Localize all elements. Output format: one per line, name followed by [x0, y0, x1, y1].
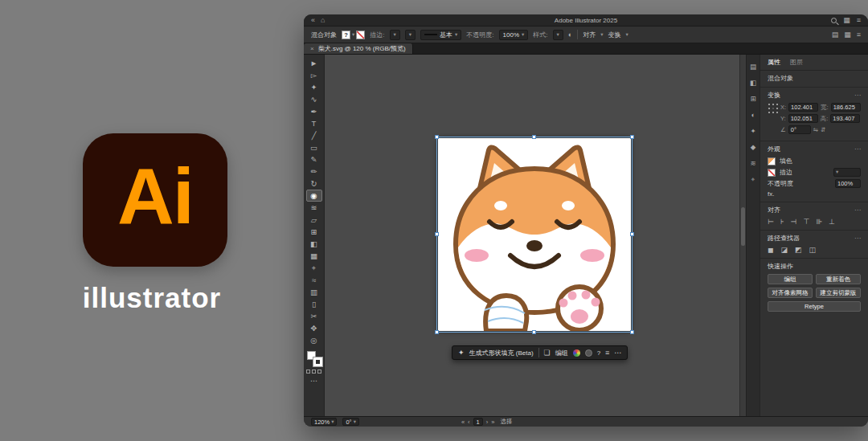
group-button[interactable]: 编组: [555, 349, 568, 357]
titlebar[interactable]: « ⌂ Adobe Illustrator 2025 ▦ ≡: [304, 14, 868, 27]
arrange-documents-icon[interactable]: ▦: [844, 31, 851, 39]
pathfinder-exclude-icon[interactable]: ◫: [809, 246, 817, 254]
column-graph-tool[interactable]: ▥: [306, 286, 322, 298]
recolor-button[interactable]: 重新着色: [816, 274, 861, 284]
type-tool[interactable]: T: [306, 117, 322, 129]
search-icon[interactable]: [831, 18, 837, 23]
tab-layers[interactable]: 图层: [790, 58, 803, 67]
pathfinder-more-icon[interactable]: ⋯: [854, 235, 861, 242]
gradient-tool[interactable]: ◧: [306, 238, 322, 250]
artboard-tool[interactable]: ▯: [306, 298, 322, 310]
align-center-horizontal-icon[interactable]: ⊦: [780, 218, 784, 226]
draw-behind-icon[interactable]: [312, 370, 316, 374]
hand-tool[interactable]: ✥: [306, 322, 322, 334]
style-select[interactable]: ▾: [553, 30, 563, 40]
x-input[interactable]: 102.401: [788, 103, 818, 112]
blend-tool[interactable]: ◉: [306, 190, 322, 202]
toolbar-stroke-swatch[interactable]: [313, 357, 322, 366]
stroke-none-swatch[interactable]: [356, 31, 365, 39]
dock-layout-icon[interactable]: ▤: [832, 31, 839, 39]
free-transform-tool[interactable]: ▱: [306, 214, 322, 226]
reference-point-selector[interactable]: [768, 103, 778, 113]
align-more-icon[interactable]: ⋯: [854, 206, 861, 214]
back-chevrons-icon[interactable]: «: [311, 17, 315, 24]
artboard-number-input[interactable]: 1: [473, 418, 483, 426]
height-input[interactable]: 193.407: [830, 114, 860, 123]
tab-properties[interactable]: 属性: [768, 58, 780, 67]
paintbrush-tool[interactable]: ✎: [306, 153, 322, 165]
recolor-panel-icon[interactable]: ◐: [751, 111, 755, 119]
recolor-circle-icon[interactable]: [573, 349, 580, 357]
edit-toolbar-icon[interactable]: ⋯: [310, 377, 317, 385]
appearance-more-icon[interactable]: ⋯: [854, 145, 861, 153]
vertical-scrollbar[interactable]: [739, 55, 746, 416]
slice-tool[interactable]: ✂: [306, 310, 322, 322]
artboard[interactable]: [438, 138, 631, 331]
taskbar-more-icon[interactable]: ⋯: [614, 349, 621, 357]
stroke-weight-select[interactable]: ▾: [833, 168, 861, 177]
align-left-icon[interactable]: ⊢: [768, 218, 774, 226]
draw-normal-icon[interactable]: [306, 370, 310, 374]
controlbar-menu-icon[interactable]: ≡: [857, 31, 861, 39]
document-tab[interactable]: × 柴犬.svg @ 120 % (RGB/预览): [304, 43, 413, 54]
stroke-color-select[interactable]: ▾: [390, 30, 400, 40]
generative-shape-fill-button[interactable]: 生成式形状填充 (Beta): [469, 349, 534, 357]
make-clipping-mask-button[interactable]: 建立剪切蒙版: [816, 288, 861, 298]
pathfinder-minus-front-icon[interactable]: ◪: [780, 246, 788, 254]
fill-swatch[interactable]: ?: [342, 31, 350, 39]
eyedropper-tool[interactable]: ⌖: [306, 262, 322, 274]
align-bottom-icon[interactable]: ⊥: [829, 218, 835, 226]
lasso-tool[interactable]: ∿: [306, 93, 322, 105]
rotation-select[interactable]: 0° ▾: [342, 418, 358, 426]
draw-inside-icon[interactable]: [317, 370, 321, 374]
swatch-circle-icon[interactable]: [585, 349, 592, 357]
rectangle-tool[interactable]: ▭: [306, 141, 322, 153]
y-input[interactable]: 102.051: [788, 114, 818, 123]
illustrator-app-icon[interactable]: Ai: [83, 133, 227, 267]
symbol-sprayer-tool[interactable]: ≈: [306, 274, 322, 286]
selection-tool[interactable]: ►: [306, 57, 322, 69]
fill-stroke-indicator[interactable]: [306, 350, 322, 366]
align-center-vertical-icon[interactable]: ⊪: [816, 218, 822, 226]
workspace-switcher-icon[interactable]: ▦: [843, 17, 850, 24]
transform-more-icon[interactable]: ⋯: [854, 92, 861, 99]
pathfinder-unite-icon[interactable]: ◼: [768, 246, 773, 254]
align-pixel-grid-button[interactable]: 对齐像素网格: [768, 288, 813, 298]
canvas[interactable]: ✦ 生成式形状填充 (Beta) ❏ 编组 ? ≡ ⋯: [325, 55, 746, 416]
tab-close-icon[interactable]: ×: [310, 45, 314, 52]
appearance-opacity-input[interactable]: 100%: [835, 179, 861, 188]
align-right-icon[interactable]: ⊣: [791, 218, 797, 226]
first-artboard-icon[interactable]: «: [461, 419, 465, 426]
scrollbar-thumb[interactable]: [741, 207, 745, 246]
swatches-panel-icon[interactable]: ⌖: [751, 175, 755, 184]
group-button[interactable]: 编组: [768, 274, 813, 284]
rotate-tool[interactable]: ↻: [306, 178, 322, 190]
magic-wand-tool[interactable]: ✦: [306, 81, 322, 93]
transform-panel-launcher[interactable]: 变换: [608, 31, 620, 39]
fill-dropdown-icon[interactable]: ▾: [352, 32, 354, 38]
symbols-panel-icon[interactable]: ◆: [751, 143, 756, 151]
pathfinder-intersect-icon[interactable]: ◩: [795, 246, 802, 254]
mesh-tool[interactable]: ▦: [306, 250, 322, 262]
width-input[interactable]: 186.625: [831, 103, 861, 112]
taskbar-help-button[interactable]: ?: [597, 349, 600, 357]
pen-tool[interactable]: ✒: [306, 105, 322, 117]
stroke-weight-stepper[interactable]: ▾: [405, 30, 416, 40]
shape-builder-tool[interactable]: ⊞: [306, 226, 322, 238]
flip-vertical-icon[interactable]: ⇵: [821, 126, 825, 133]
last-artboard-icon[interactable]: »: [491, 419, 494, 426]
retype-button[interactable]: Retype: [768, 301, 861, 312]
flip-horizontal-icon[interactable]: ⇋: [813, 126, 818, 133]
shiba-artwork[interactable]: [438, 138, 631, 331]
line-segment-tool[interactable]: ╱: [306, 129, 322, 141]
recolor-artwork-icon[interactable]: ◐: [568, 31, 572, 39]
rotation-input[interactable]: 0°: [788, 125, 811, 134]
app-menu-icon[interactable]: ≡: [857, 17, 861, 24]
taskbar-menu-icon[interactable]: ≡: [605, 349, 609, 357]
opacity-select[interactable]: 100% ▾: [499, 30, 529, 40]
transparency-panel-icon[interactable]: ⊞: [750, 95, 755, 103]
zoom-tool[interactable]: ◎: [306, 334, 322, 346]
home-icon[interactable]: ⌂: [321, 17, 325, 24]
align-top-icon[interactable]: ⊤: [803, 218, 809, 226]
stroke-panel-icon[interactable]: ≋: [750, 159, 755, 167]
